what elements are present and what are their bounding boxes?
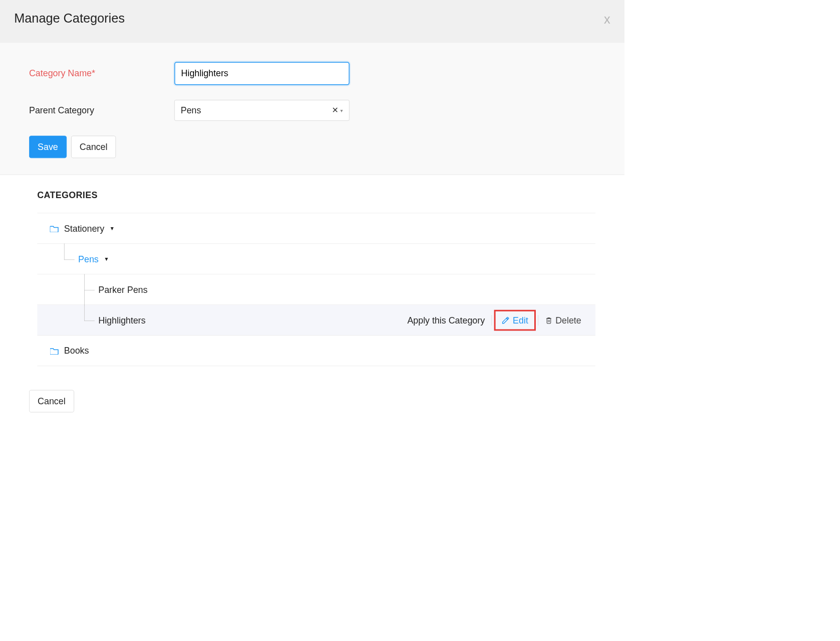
caret-down-icon[interactable]: ▼ — [110, 225, 115, 231]
tree-label: Pens — [78, 254, 99, 264]
save-button[interactable]: Save — [29, 136, 67, 158]
category-tree: Stationery ▼ Pens ▼ Parker Pens Highligh… — [37, 213, 595, 366]
tree-connector — [84, 305, 98, 336]
category-name-input[interactable] — [174, 62, 349, 85]
dialog-header: Manage Categories x — [0, 0, 624, 43]
tree-label: Parker Pens — [98, 284, 147, 295]
folder-open-icon — [50, 347, 59, 355]
category-form: Category Name* Parent Category Pens ✕ ▾ … — [0, 43, 624, 175]
clear-icon[interactable]: ✕ — [332, 105, 338, 115]
tree-label: Highlighters — [98, 315, 145, 326]
dialog-footer: Cancel — [0, 381, 624, 435]
edit-button[interactable]: Edit — [494, 309, 536, 331]
manage-categories-dialog: Manage Categories x Category Name* Paren… — [0, 0, 624, 435]
pencil-icon — [502, 316, 510, 324]
tree-node-pens[interactable]: Pens ▼ — [37, 244, 595, 274]
caret-down-icon[interactable]: ▼ — [104, 256, 109, 262]
apply-category-button[interactable]: Apply this Category — [400, 315, 492, 326]
categories-section: CATEGORIES Stationery ▼ Pens ▼ Parker Pe… — [0, 175, 624, 381]
tree-node-stationery[interactable]: Stationery ▼ — [37, 213, 595, 244]
trash-icon — [545, 316, 552, 324]
row-actions: Apply this Category Edit Delete — [400, 309, 595, 331]
delete-button[interactable]: Delete — [538, 315, 588, 326]
categories-heading: CATEGORIES — [37, 190, 595, 200]
form-cancel-button[interactable]: Cancel — [71, 136, 116, 158]
tree-node-highlighters[interactable]: Highlighters Apply this Category Edit — [37, 305, 595, 336]
parent-category-value: Pens — [181, 105, 201, 116]
tree-node-books[interactable]: Books — [37, 336, 595, 366]
tree-connector — [84, 274, 98, 305]
parent-category-label: Parent Category — [29, 105, 174, 116]
tree-label: Books — [64, 346, 89, 356]
category-name-label: Category Name* — [29, 68, 174, 79]
close-icon[interactable]: x — [604, 13, 610, 25]
dialog-title: Manage Categories — [14, 11, 125, 26]
tree-node-parker-pens[interactable]: Parker Pens — [37, 274, 595, 305]
footer-cancel-button[interactable]: Cancel — [29, 390, 74, 413]
folder-open-icon — [50, 225, 59, 232]
tree-label: Stationery — [64, 223, 104, 234]
tree-connector — [64, 244, 78, 274]
parent-category-select[interactable]: Pens ✕ ▾ — [174, 100, 349, 121]
chevron-down-icon: ▾ — [340, 107, 343, 113]
